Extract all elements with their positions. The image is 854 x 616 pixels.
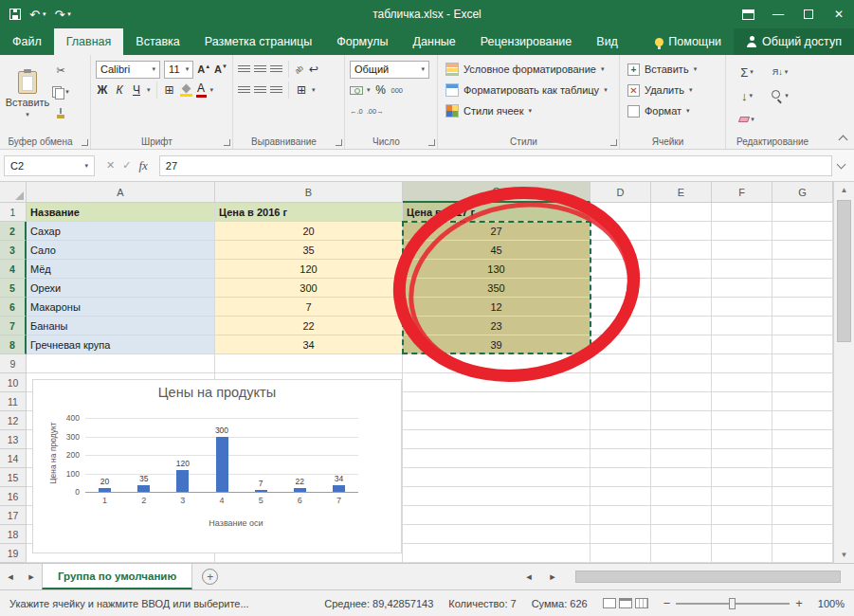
delete-cells-button[interactable]: ✕ Удалить ▾ bbox=[625, 80, 720, 100]
clipboard-dialog-launcher-icon[interactable] bbox=[82, 139, 88, 146]
confirm-entry-icon[interactable]: ✓ bbox=[122, 159, 131, 172]
cell-D3[interactable] bbox=[591, 241, 651, 260]
zoom-slider[interactable] bbox=[676, 603, 790, 605]
align-middle-button[interactable] bbox=[254, 65, 266, 74]
cell-G17[interactable] bbox=[772, 506, 833, 525]
cell-G16[interactable] bbox=[772, 487, 833, 506]
bold-button[interactable]: Ж bbox=[96, 83, 109, 97]
font-name-combo[interactable]: Calibri▾ bbox=[96, 61, 160, 79]
ribbon-tab-4[interactable]: Формулы bbox=[324, 28, 400, 55]
row-header-15[interactable]: 15 bbox=[0, 468, 27, 487]
hscroll-track[interactable] bbox=[566, 570, 850, 584]
cell-G18[interactable] bbox=[772, 525, 833, 544]
cell-E17[interactable] bbox=[651, 506, 712, 525]
cell-E6[interactable] bbox=[651, 298, 712, 317]
cell-C12[interactable] bbox=[403, 411, 591, 430]
increase-decimal-button[interactable]: ←.0 bbox=[350, 107, 363, 116]
align-left-button[interactable] bbox=[238, 86, 250, 95]
cell-D14[interactable] bbox=[591, 449, 651, 468]
cell-B4[interactable]: 120 bbox=[215, 260, 403, 279]
cell-F15[interactable] bbox=[712, 468, 772, 487]
comma-style-button[interactable]: 000 bbox=[391, 86, 404, 95]
cell-G13[interactable] bbox=[772, 430, 833, 449]
cell-C6[interactable]: 12 bbox=[403, 298, 591, 317]
cell-D2[interactable] bbox=[591, 222, 651, 241]
cell-D19[interactable] bbox=[591, 544, 651, 563]
cell-C14[interactable] bbox=[403, 449, 591, 468]
align-top-button[interactable] bbox=[238, 65, 250, 74]
row-header-4[interactable]: 4 bbox=[0, 260, 27, 279]
cell-D5[interactable] bbox=[591, 279, 651, 298]
cell-D6[interactable] bbox=[591, 298, 651, 317]
cell-F19[interactable] bbox=[712, 544, 772, 563]
cell-G5[interactable] bbox=[772, 279, 833, 298]
column-header-E[interactable]: E bbox=[651, 182, 712, 203]
decrease-decimal-button[interactable]: .00→ bbox=[367, 107, 384, 116]
cell-G1[interactable] bbox=[772, 203, 833, 222]
cell-D18[interactable] bbox=[591, 525, 651, 544]
percent-style-button[interactable]: % bbox=[374, 83, 388, 97]
cell-D17[interactable] bbox=[591, 506, 651, 525]
paste-button[interactable]: Вставить ▾ bbox=[5, 59, 50, 131]
cell-E12[interactable] bbox=[651, 411, 712, 430]
sheet-tab-active[interactable]: Группа по умолчанию bbox=[42, 564, 192, 589]
cell-E3[interactable] bbox=[651, 241, 712, 260]
cell-A7[interactable]: Бананы bbox=[27, 317, 215, 335]
cell-D9[interactable] bbox=[591, 354, 651, 373]
hscroll-right-icon[interactable]: ▸ bbox=[542, 571, 563, 583]
fill-button[interactable]: ↓▾ bbox=[731, 84, 763, 107]
number-dialog-launcher-icon[interactable] bbox=[428, 139, 435, 146]
cell-E14[interactable] bbox=[651, 449, 712, 468]
grow-font-button[interactable]: А▲ bbox=[197, 63, 210, 75]
sheet-nav-right-icon[interactable]: ▸ bbox=[21, 564, 42, 589]
cell-F5[interactable] bbox=[712, 279, 772, 298]
cell-E2[interactable] bbox=[651, 222, 712, 241]
zoom-in-icon[interactable]: + bbox=[795, 596, 803, 610]
cell-E1[interactable] bbox=[651, 203, 712, 222]
row-header-18[interactable]: 18 bbox=[0, 525, 27, 544]
cell-C15[interactable] bbox=[403, 468, 591, 487]
cell-A2[interactable]: Сахар bbox=[27, 222, 215, 241]
horizontal-scrollbar[interactable]: ◂ ▸ bbox=[518, 564, 854, 589]
cell-F4[interactable] bbox=[712, 260, 772, 279]
cell-C5[interactable]: 350 bbox=[403, 279, 591, 298]
view-page-break-icon[interactable] bbox=[635, 598, 648, 608]
column-header-B[interactable]: B bbox=[215, 182, 403, 203]
ribbon-tab-5[interactable]: Данные bbox=[401, 28, 468, 55]
cell-E18[interactable] bbox=[651, 525, 712, 544]
cell-D4[interactable] bbox=[591, 260, 651, 279]
conditional-formatting-button[interactable]: Условное форматирование ▾ bbox=[443, 59, 614, 80]
cell-C10[interactable] bbox=[403, 373, 591, 392]
cell-B7[interactable]: 22 bbox=[215, 317, 403, 335]
vertical-scrollbar[interactable]: ▲ ▼ bbox=[833, 182, 854, 563]
copy-button[interactable]: ▾ bbox=[50, 82, 71, 101]
column-header-A[interactable]: A bbox=[27, 182, 215, 203]
cell-G8[interactable] bbox=[772, 335, 833, 354]
cell-G3[interactable] bbox=[772, 241, 833, 260]
cell-C11[interactable] bbox=[403, 392, 591, 411]
merge-center-button[interactable]: ⊞ bbox=[295, 83, 308, 97]
scroll-up-icon[interactable]: ▲ bbox=[834, 182, 854, 198]
cell-A9[interactable] bbox=[27, 354, 215, 373]
ribbon-display-options-button[interactable] bbox=[733, 0, 763, 28]
cell-F2[interactable] bbox=[712, 222, 772, 241]
cell-D7[interactable] bbox=[591, 317, 651, 335]
redo-icon[interactable]: ↷ bbox=[54, 9, 64, 21]
cell-G12[interactable] bbox=[772, 411, 833, 430]
qat-customize-icon[interactable]: ▾ bbox=[67, 10, 71, 18]
cell-F18[interactable] bbox=[712, 525, 772, 544]
cell-B5[interactable]: 300 bbox=[215, 279, 403, 298]
cell-F10[interactable] bbox=[712, 373, 772, 392]
add-sheet-button[interactable]: + bbox=[202, 569, 218, 585]
cell-B6[interactable]: 7 bbox=[215, 298, 403, 317]
select-all-corner[interactable] bbox=[0, 182, 27, 203]
collapse-ribbon-icon[interactable] bbox=[839, 136, 848, 145]
cell-F17[interactable] bbox=[712, 506, 772, 525]
format-painter-button[interactable] bbox=[50, 104, 71, 123]
styles-dialog-launcher-icon[interactable] bbox=[610, 139, 617, 146]
cell-E4[interactable] bbox=[651, 260, 712, 279]
cell-B9[interactable] bbox=[215, 354, 403, 373]
row-header-5[interactable]: 5 bbox=[0, 279, 27, 298]
ribbon-tab-2[interactable]: Вставка bbox=[123, 28, 191, 55]
scroll-down-icon[interactable]: ▼ bbox=[834, 547, 854, 563]
